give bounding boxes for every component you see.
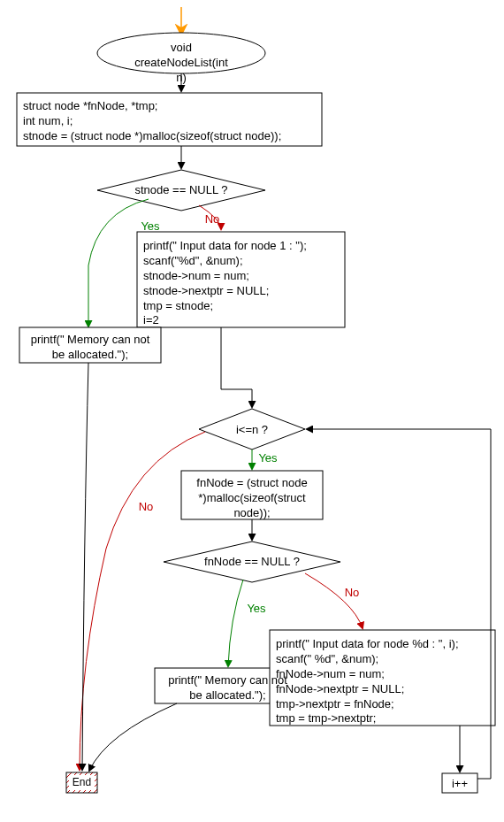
edge-incr-cond2	[307, 429, 491, 779]
terminator-func	[97, 33, 265, 73]
process-input2	[270, 630, 495, 726]
process-decl	[17, 93, 322, 146]
edge-cond3-yes	[228, 580, 243, 666]
process-alloc2	[181, 471, 323, 519]
edge-memfail1-end	[82, 363, 88, 770]
process-input1	[137, 232, 345, 327]
edge-cond1-no	[199, 205, 221, 229]
flowchart-svg	[0, 0, 504, 822]
svg-rect-0	[69, 775, 95, 790]
edge-memfail2-end	[89, 703, 177, 771]
decision-cond2	[199, 409, 305, 449]
process-memfail1	[19, 327, 161, 363]
edge-cond3-no	[305, 573, 363, 628]
decision-cond1	[97, 170, 265, 211]
process-incr	[442, 773, 477, 793]
decision-cond3	[164, 542, 340, 582]
